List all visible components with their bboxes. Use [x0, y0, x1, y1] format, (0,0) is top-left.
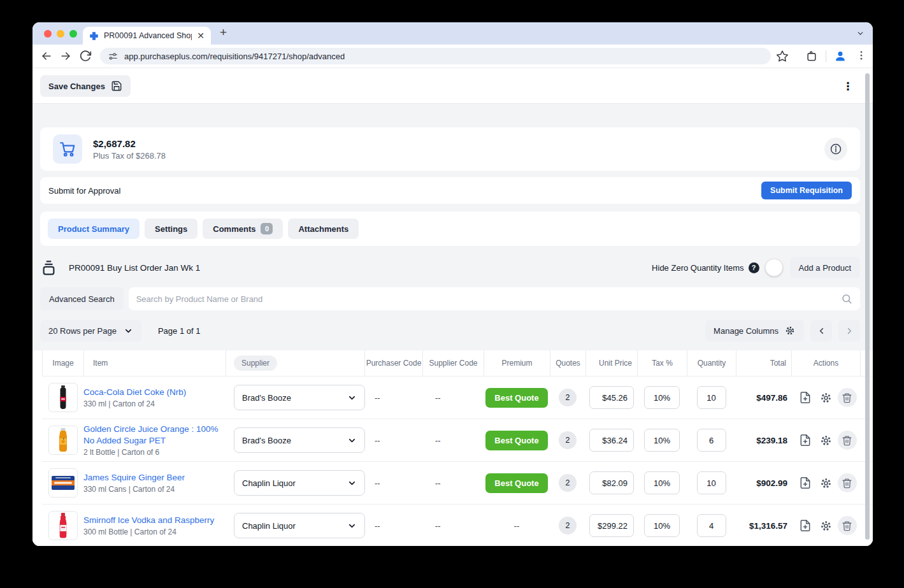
help-question-icon[interactable]: ?	[749, 262, 759, 273]
minimize-window-button[interactable]	[57, 30, 64, 38]
quantity-input[interactable]: 10	[697, 471, 726, 494]
browser-menu-icon[interactable]	[856, 50, 867, 62]
supplier-code-value: --	[422, 436, 484, 445]
chevron-down-icon	[347, 521, 357, 531]
row-total: $1,316.57	[736, 521, 791, 531]
tab-attachments[interactable]: Attachments	[288, 219, 359, 239]
row-settings-icon[interactable]	[817, 431, 836, 450]
next-page-button[interactable]	[838, 320, 860, 341]
tab-settings[interactable]: Settings	[145, 219, 197, 239]
back-icon[interactable]	[40, 50, 53, 62]
quotes-count-badge[interactable]: 2	[559, 474, 577, 492]
bookmark-star-icon[interactable]	[776, 50, 789, 62]
best-quote-badge: Best Quote	[485, 388, 547, 408]
tax-input[interactable]: 10%	[644, 514, 680, 537]
supplier-select[interactable]: Brad's Booze	[234, 427, 365, 453]
product-search-input[interactable]	[136, 294, 841, 304]
new-tab-button[interactable]: +	[220, 25, 227, 39]
tax-input[interactable]: 10%	[644, 471, 680, 494]
delete-row-icon[interactable]	[838, 431, 857, 450]
quotes-count-badge[interactable]: 2	[559, 389, 577, 406]
info-button[interactable]	[824, 138, 847, 161]
supplier-code-value: --	[422, 393, 484, 403]
quantity-input[interactable]: 6	[697, 429, 726, 452]
tax-input[interactable]: 10%	[644, 429, 680, 452]
table-header: Image Item Supplier Purchaser Code Suppl…	[42, 350, 873, 376]
tab-search-chevron-icon[interactable]	[856, 29, 865, 38]
maximize-window-button[interactable]	[69, 30, 77, 38]
reload-icon[interactable]	[79, 50, 92, 62]
row-settings-icon[interactable]	[817, 516, 836, 535]
add-note-icon[interactable]	[796, 473, 815, 492]
unit-price-input[interactable]: $82.09	[589, 471, 634, 494]
hide-zero-quantity-toggle[interactable]	[765, 259, 783, 276]
row-settings-icon[interactable]	[817, 388, 836, 407]
address-bar[interactable]: app.purchaseplus.com/requisitions/941727…	[100, 48, 771, 64]
browser-window: PR00091 Advanced Shop ✕ + a	[32, 22, 873, 546]
gear-icon	[784, 325, 796, 336]
supplier-select[interactable]: Chaplin Liquor	[234, 470, 365, 496]
product-image-juice	[48, 426, 78, 455]
add-note-icon[interactable]	[796, 516, 815, 535]
product-name-link[interactable]: James Squire Ginger Beer	[83, 472, 219, 484]
col-tax: Tax %	[637, 350, 687, 376]
table-row: Golden Circle Juice Orange : 100% No Add…	[42, 419, 873, 461]
page-menu-icon[interactable]: ⋮	[840, 78, 856, 94]
purchaser-code-value: --	[364, 521, 422, 531]
rows-per-page-dropdown[interactable]: 20 Rows per Page	[40, 320, 141, 341]
url-text[interactable]: app.purchaseplus.com/requisitions/941727…	[124, 52, 345, 61]
best-quote-badge: Best Quote	[485, 473, 547, 493]
col-unit-price: Unit Price	[585, 350, 637, 376]
page-status: Page 1 of 1	[158, 326, 201, 336]
manage-columns-button[interactable]: Manage Columns	[705, 320, 804, 341]
extensions-icon[interactable]	[805, 50, 818, 62]
browser-tab[interactable]: PR00091 Advanced Shop ✕	[83, 27, 211, 45]
product-name-link[interactable]: Smirnoff Ice Vodka and Raspberry	[83, 515, 219, 526]
browser-tab-strip: PR00091 Advanced Shop ✕ +	[32, 22, 873, 45]
vertical-scrollbar[interactable]	[865, 73, 870, 540]
manage-columns-label: Manage Columns	[714, 326, 778, 336]
row-actions	[791, 516, 861, 535]
col-premium: Premium	[484, 350, 550, 376]
add-note-icon[interactable]	[796, 431, 815, 450]
quotes-count-badge[interactable]: 2	[559, 517, 577, 534]
purchaseplus-logo-icon	[89, 31, 99, 41]
profile-avatar-icon[interactable]	[834, 50, 847, 62]
col-supplier[interactable]: Supplier	[226, 350, 364, 376]
product-name-link[interactable]: Coca-Cola Diet Coke (Nrb)	[83, 387, 219, 398]
unit-price-input[interactable]: $45.26	[589, 386, 634, 409]
tab-product-summary[interactable]: Product Summary	[48, 219, 140, 239]
previous-page-button[interactable]	[810, 320, 832, 341]
quotes-count-badge[interactable]: 2	[559, 431, 577, 449]
purchaser-code-value: --	[364, 393, 422, 403]
product-detail: 330 ml | Carton of 24	[83, 399, 219, 408]
cart-summary-card: $2,687.82 Plus Tax of $268.78	[40, 127, 860, 171]
tab-close-icon[interactable]: ✕	[197, 31, 204, 40]
cart-tax-note: Plus Tax of $268.78	[93, 151, 166, 161]
site-settings-icon[interactable]	[108, 51, 118, 62]
supplier-select[interactable]: Chaplin Liquor	[234, 513, 365, 538]
delete-row-icon[interactable]	[838, 388, 857, 407]
delete-row-icon[interactable]	[838, 473, 857, 492]
product-name-link[interactable]: Golden Circle Juice Orange : 100% No Add…	[83, 424, 219, 447]
purchaser-code-value: --	[364, 436, 422, 445]
product-search-box[interactable]	[129, 287, 860, 310]
row-settings-icon[interactable]	[817, 473, 836, 492]
close-window-button[interactable]	[44, 30, 52, 38]
supplier-code-value: --	[422, 521, 484, 531]
col-image: Image	[42, 350, 83, 376]
unit-price-input[interactable]: $299.22	[589, 514, 634, 537]
quantity-input[interactable]: 10	[697, 386, 726, 409]
unit-price-input[interactable]: $36.24	[589, 429, 634, 452]
submit-requisition-button[interactable]: Submit Requisition	[761, 182, 852, 199]
advanced-search-button[interactable]: Advanced Search	[40, 287, 124, 310]
delete-row-icon[interactable]	[838, 516, 857, 535]
supplier-select[interactable]: Brad's Booze	[234, 385, 365, 410]
add-note-icon[interactable]	[796, 388, 815, 407]
forward-icon[interactable]	[59, 50, 72, 62]
tax-input[interactable]: 10%	[644, 386, 680, 409]
tab-comments[interactable]: Comments 0	[203, 219, 283, 239]
save-changes-button[interactable]: Save Changes	[40, 75, 131, 97]
add-a-product-button[interactable]: Add a Product	[790, 257, 860, 278]
quantity-input[interactable]: 4	[697, 514, 726, 537]
